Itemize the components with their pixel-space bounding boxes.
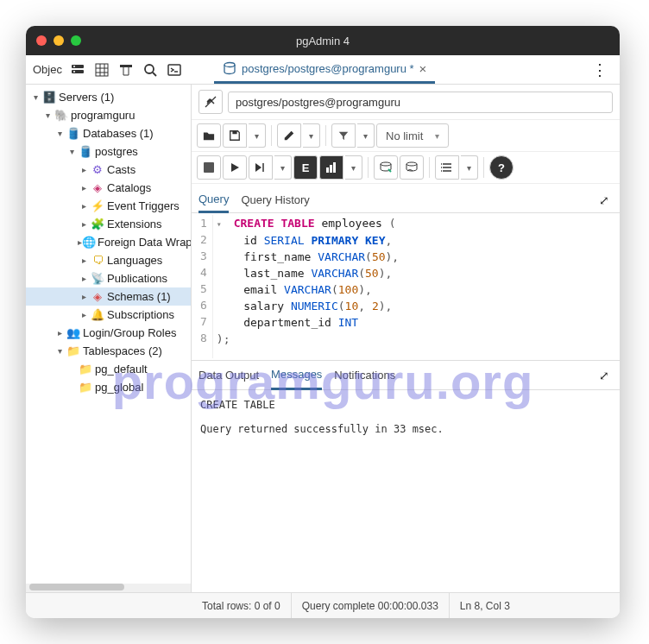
sidebar-scrollbar[interactable] [26, 584, 191, 592]
search-icon[interactable] [142, 59, 164, 81]
tree-pgglobal[interactable]: ▸📁pg_global [26, 378, 191, 396]
tab-messages[interactable]: Messages [271, 361, 322, 390]
svg-rect-9 [120, 65, 132, 67]
grid-icon[interactable] [93, 59, 116, 81]
svg-point-14 [224, 63, 235, 67]
commit-button[interactable] [374, 155, 398, 180]
svg-point-29 [441, 170, 442, 172]
filter-button[interactable] [331, 123, 356, 148]
stop-button[interactable] [197, 155, 221, 180]
tree-db[interactable]: ▾🛢️postgres [26, 142, 191, 161]
help-button[interactable]: ? [489, 155, 514, 180]
svg-rect-17 [204, 162, 214, 173]
tree-tablespaces[interactable]: ▾📁Tablespaces (2) [26, 342, 191, 360]
tree-roles[interactable]: ▸👥Login/Group Roles [26, 324, 191, 342]
svg-line-15 [205, 97, 216, 107]
status-bar: Total rows: 0 of 0 Query complete 00:00:… [26, 592, 620, 618]
execute-arrow-button[interactable] [249, 155, 273, 180]
filter-dropdown[interactable]: ▾ [357, 123, 375, 148]
svg-point-3 [73, 71, 75, 73]
connection-input[interactable] [228, 92, 613, 113]
database-icon: 🛢️ [66, 127, 81, 140]
svg-rect-20 [330, 165, 332, 173]
explain-button[interactable]: E [293, 155, 318, 180]
servers-icon: 🗄️ [41, 91, 57, 104]
rollback-button[interactable] [400, 155, 424, 180]
sql-editor[interactable]: 1234 5678 ▾ CREATE TABLE employees ( id … [192, 213, 620, 360]
tree-languages[interactable]: ▸🗨Languages [26, 251, 191, 269]
status-complete: Query complete 00:00:00.033 [292, 593, 450, 618]
tab-data-output[interactable]: Data Output [198, 362, 259, 388]
tree-event-triggers[interactable]: ▸⚡Event Triggers [26, 197, 191, 215]
svg-rect-21 [333, 162, 336, 173]
svg-point-23 [406, 162, 417, 166]
tree-databases[interactable]: ▾🛢️Databases (1) [26, 124, 191, 142]
tab-close[interactable]: × [419, 61, 427, 76]
elephant-icon: 🐘 [54, 109, 69, 122]
tree-fdw[interactable]: ▸🌐Foreign Data Wrappers [26, 233, 191, 251]
tree-server[interactable]: ▾🐘programguru [26, 106, 191, 124]
tree-catalogs[interactable]: ▸◈Catalogs [26, 179, 191, 197]
save-button[interactable] [223, 123, 247, 148]
window-title: pgAdmin 4 [26, 35, 620, 47]
titlebar: pgAdmin 4 [26, 26, 620, 55]
folder-icon: 📁 [78, 381, 93, 394]
connection-status-icon[interactable] [198, 90, 223, 114]
tree-schemas[interactable]: ▸◈Schemas (1) [26, 287, 191, 306]
svg-rect-4 [96, 64, 108, 76]
svg-point-22 [381, 162, 391, 166]
tree-casts[interactable]: ▸⚙Casts [26, 161, 191, 179]
macros-dropdown[interactable]: ▾ [461, 155, 478, 180]
messages-panel: CREATE TABLE Query returned successfully… [192, 390, 620, 592]
folder-icon: 📁 [78, 363, 93, 376]
svg-point-28 [441, 167, 442, 168]
tab-query[interactable]: Query [198, 187, 229, 213]
svg-point-27 [441, 163, 442, 165]
execute-dropdown[interactable]: ▾ [274, 155, 292, 180]
macros-button[interactable] [435, 155, 459, 180]
casts-icon: ⚙ [90, 163, 105, 176]
tree-publications[interactable]: ▸📡Publications [26, 269, 191, 287]
expand-output[interactable]: ⤢ [595, 367, 613, 384]
svg-point-2 [73, 66, 75, 67]
fdw-icon: 🌐 [82, 236, 96, 249]
terminal-icon[interactable] [166, 59, 188, 81]
edit-dropdown[interactable]: ▾ [303, 123, 320, 148]
tablespaces-icon: 📁 [66, 344, 81, 357]
svg-rect-19 [326, 167, 329, 173]
subscriptions-icon: 🔔 [90, 308, 105, 321]
menu-button[interactable]: ⋮ [587, 60, 613, 79]
status-rows: Total rows: 0 of 0 [192, 593, 292, 618]
status-cursor: Ln 8, Col 3 [450, 593, 520, 618]
svg-line-11 [153, 73, 156, 76]
svg-point-10 [145, 65, 154, 73]
execute-button[interactable] [223, 155, 247, 180]
tree-servers[interactable]: ▾🗄️Servers (1) [26, 88, 191, 106]
tree-pgdefault[interactable]: ▸📁pg_default [26, 360, 191, 378]
object-tree[interactable]: ▾🗄️Servers (1) ▾🐘programguru ▾🛢️Database… [26, 85, 191, 584]
triggers-icon: ⚡ [90, 199, 105, 212]
server-icon[interactable] [69, 59, 91, 81]
edit-button[interactable] [277, 123, 301, 148]
query-tab[interactable]: postgres/postgres@programguru * × [214, 56, 435, 84]
catalogs-icon: ◈ [90, 181, 105, 194]
tab-query-history[interactable]: Query History [241, 188, 309, 212]
explain-dropdown[interactable]: ▾ [345, 155, 362, 180]
explain-analyze-button[interactable] [319, 155, 343, 180]
tree-extensions[interactable]: ▸🧩Extensions [26, 215, 191, 233]
extensions-icon: 🧩 [90, 218, 105, 230]
line-gutter: 1234 5678 [192, 215, 213, 358]
expand-editor[interactable]: ⤢ [595, 192, 613, 209]
tab-label: postgres/postgres@programguru * [242, 62, 414, 75]
filter-icon[interactable] [117, 59, 140, 81]
tab-notifications[interactable]: Notifications [334, 362, 395, 388]
limit-select[interactable]: No limit▾ [376, 123, 449, 148]
svg-rect-16 [232, 131, 236, 135]
roles-icon: 👥 [66, 326, 81, 339]
code-area[interactable]: ▾ CREATE TABLE employees ( id SERIAL PRI… [213, 215, 399, 358]
object-explorer-label: Objec [33, 63, 67, 76]
save-dropdown[interactable]: ▾ [249, 123, 266, 148]
open-file-button[interactable] [197, 123, 221, 148]
tree-subscriptions[interactable]: ▸🔔Subscriptions [26, 306, 191, 324]
database-icon [223, 61, 236, 75]
